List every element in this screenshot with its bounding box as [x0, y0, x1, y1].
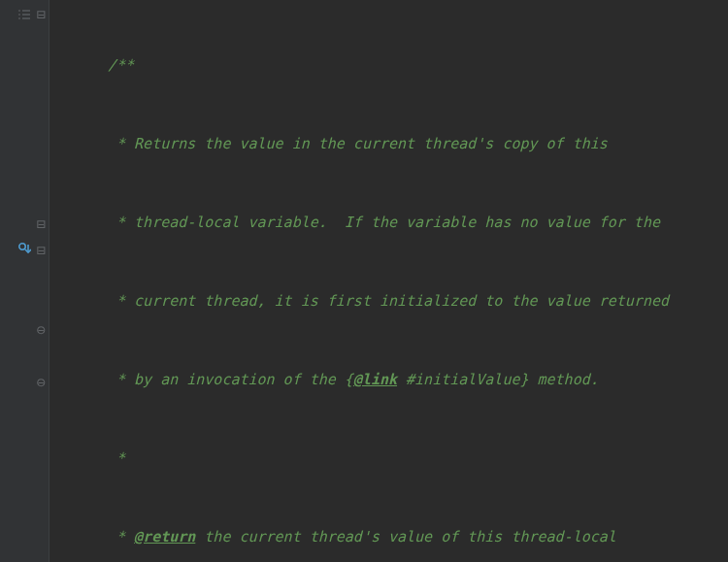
fold-handle-icon[interactable]: ⊖: [35, 321, 47, 339]
javadoc-line: *: [53, 446, 125, 472]
fold-handle-icon[interactable]: ⊟: [35, 6, 47, 23]
javadoc-line: * current thread, it is first initialize…: [53, 288, 669, 314]
javadoc-return-tag: @return: [134, 528, 195, 545]
javadoc-line: * thread-local variable. If the variable…: [53, 210, 660, 236]
javadoc-line: * by an invocation of the {@link #initia…: [53, 367, 599, 393]
svg-point-6: [19, 244, 25, 249]
fold-handle-icon[interactable]: ⊖: [35, 374, 47, 391]
code-area[interactable]: /** * Returns the value in the current t…: [50, 0, 728, 562]
javadoc-line: /**: [53, 52, 134, 79]
fold-handle-icon[interactable]: ⊟: [35, 242, 47, 259]
editor-gutter: ⊟ ⊟ ⊟ ⊖ ⊖: [0, 0, 50, 562]
javadoc-line: * @return the current thread's value of …: [53, 524, 616, 550]
code-editor[interactable]: ⊟ ⊟ ⊟ ⊖ ⊖ /** * Returns the value in the…: [0, 0, 728, 562]
javadoc-line: * Returns the value in the current threa…: [53, 131, 608, 157]
javadoc-link-tag: @link: [353, 371, 397, 388]
fold-handle-icon[interactable]: ⊟: [35, 215, 47, 233]
